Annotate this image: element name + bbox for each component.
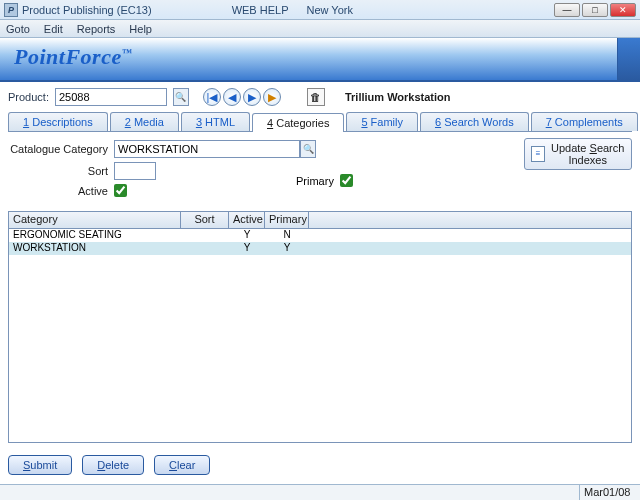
product-label: Product: <box>8 91 49 103</box>
nav-first-button[interactable]: |◀ <box>203 88 221 106</box>
cell-active: Y <box>229 242 265 255</box>
submit-button[interactable]: Submit <box>8 455 72 475</box>
table-row[interactable]: ERGONOMIC SEATING Y N <box>9 229 631 242</box>
cell-sort <box>181 229 229 242</box>
tab-search-words[interactable]: 6 Search Words <box>420 112 529 131</box>
active-checkbox[interactable] <box>114 184 127 197</box>
col-spacer <box>309 212 631 228</box>
title-center: WEB HELP New York <box>232 4 353 16</box>
title-bar: P Product Publishing (EC13) WEB HELP New… <box>0 0 640 20</box>
menu-reports[interactable]: Reports <box>77 23 116 35</box>
tab-family[interactable]: 5 Family <box>346 112 418 131</box>
table-row[interactable]: WORKSTATION Y Y <box>9 242 631 255</box>
nav-play-button[interactable]: ▶ <box>263 88 281 106</box>
product-input[interactable] <box>55 88 167 106</box>
tab-strip: 1 Descriptions 2 Media 3 HTML 4 Categori… <box>8 112 632 132</box>
webhelp-label: WEB HELP <box>232 4 289 16</box>
col-category[interactable]: Category <box>9 212 181 228</box>
close-button[interactable]: ✕ <box>610 3 636 17</box>
sort-input[interactable] <box>114 162 156 180</box>
update-search-indexes-button[interactable]: ≡ Update SearchIndexes <box>524 138 632 170</box>
cell-sort <box>181 242 229 255</box>
primary-checkbox[interactable] <box>340 174 353 187</box>
window-title: Product Publishing (EC13) <box>22 4 152 16</box>
menu-edit[interactable]: Edit <box>44 23 63 35</box>
tab-categories[interactable]: 4 Categories <box>252 113 344 132</box>
document-icon: ≡ <box>531 146 545 162</box>
cell-category: ERGONOMIC SEATING <box>9 229 181 242</box>
nav-prev-button[interactable]: ◀ <box>223 88 241 106</box>
nav-next-button[interactable]: ▶ <box>243 88 261 106</box>
tab-media[interactable]: 2 Media <box>110 112 179 131</box>
col-sort[interactable]: Sort <box>181 212 229 228</box>
cell-primary: N <box>265 229 309 242</box>
menu-help[interactable]: Help <box>129 23 152 35</box>
app-icon: P <box>4 3 18 17</box>
menu-goto[interactable]: Goto <box>6 23 30 35</box>
tab-complements[interactable]: 7 Complements <box>531 112 638 131</box>
status-bar: Mar01/08 <box>0 484 640 500</box>
cell-active: Y <box>229 229 265 242</box>
product-name: Trillium Workstation <box>345 91 451 103</box>
category-lookup-icon[interactable]: 🔍 <box>300 140 316 158</box>
active-label: Active <box>8 185 114 197</box>
location-label: New York <box>306 4 352 16</box>
brand-bar: PointForce™ <box>0 38 640 82</box>
category-grid: Category Sort Active Primary ERGONOMIC S… <box>8 211 632 443</box>
cell-category: WORKSTATION <box>9 242 181 255</box>
sort-label: Sort <box>8 165 114 177</box>
minimize-button[interactable]: — <box>554 3 580 17</box>
col-primary[interactable]: Primary <box>265 212 309 228</box>
brand-logo: PointForce™ <box>14 44 132 70</box>
primary-label: Primary <box>296 175 334 187</box>
delete-icon[interactable]: 🗑 <box>307 88 325 106</box>
product-lookup-icon[interactable]: 🔍 <box>173 88 189 106</box>
tab-descriptions[interactable]: 1 Descriptions <box>8 112 108 131</box>
maximize-button[interactable]: □ <box>582 3 608 17</box>
category-input[interactable] <box>114 140 300 158</box>
clear-button[interactable]: Clear <box>154 455 210 475</box>
menu-bar: Goto Edit Reports Help <box>0 20 640 38</box>
cell-primary: Y <box>265 242 309 255</box>
tab-html[interactable]: 3 HTML <box>181 112 250 131</box>
category-label: Catalogue Category <box>8 143 114 155</box>
delete-button[interactable]: Delete <box>82 455 144 475</box>
col-active[interactable]: Active <box>229 212 265 228</box>
status-date: Mar01/08 <box>580 485 640 500</box>
